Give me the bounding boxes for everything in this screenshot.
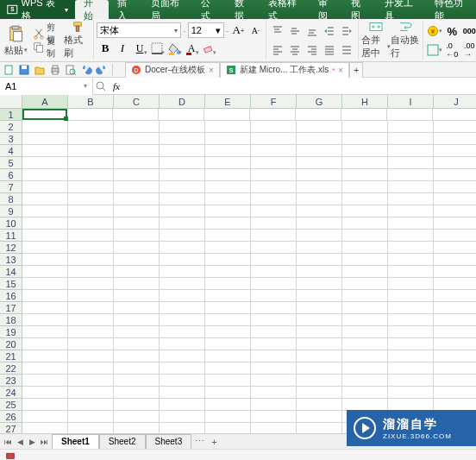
- qa-print-preview-button[interactable]: [64, 63, 78, 77]
- cell[interactable]: [22, 266, 68, 278]
- cell[interactable]: [205, 338, 251, 350]
- row-header[interactable]: 5: [0, 157, 22, 169]
- cell[interactable]: [22, 302, 68, 314]
- cell[interactable]: [114, 242, 160, 254]
- cell[interactable]: [297, 217, 342, 230]
- cell[interactable]: [342, 230, 388, 242]
- cell[interactable]: [68, 350, 114, 362]
- qa-save-button[interactable]: [17, 63, 31, 77]
- cell[interactable]: [251, 181, 297, 193]
- cell[interactable]: [434, 362, 476, 375]
- cell[interactable]: [68, 411, 114, 423]
- row-header[interactable]: 13: [0, 254, 22, 266]
- cell[interactable]: [434, 387, 476, 399]
- number-format-button[interactable]: ▾: [426, 41, 443, 59]
- cell[interactable]: [251, 278, 297, 290]
- cell[interactable]: [205, 181, 251, 193]
- cell[interactable]: [114, 169, 160, 181]
- cell[interactable]: [22, 205, 68, 217]
- cell[interactable]: [388, 121, 434, 133]
- sheet-nav-prev-button[interactable]: ◀: [14, 436, 26, 448]
- cell[interactable]: [388, 302, 434, 314]
- column-header[interactable]: A: [22, 95, 68, 109]
- menu-tab-3[interactable]: 公式: [192, 0, 226, 19]
- cell[interactable]: [297, 302, 342, 314]
- cell[interactable]: [297, 157, 342, 169]
- cell[interactable]: [160, 230, 205, 242]
- cell[interactable]: [68, 121, 114, 133]
- menu-tab-6[interactable]: 审阅: [310, 0, 343, 19]
- increase-indent-button[interactable]: [338, 22, 355, 40]
- cell[interactable]: [114, 193, 160, 205]
- cell[interactable]: [388, 314, 434, 326]
- cell[interactable]: [114, 145, 160, 157]
- cell[interactable]: [388, 362, 434, 375]
- cell[interactable]: [22, 278, 68, 290]
- qa-print-button[interactable]: [48, 63, 62, 77]
- app-logo-button[interactable]: S WPS 表格 ▾: [0, 0, 75, 19]
- cell[interactable]: [22, 314, 68, 326]
- cell[interactable]: [251, 145, 297, 157]
- cell[interactable]: [68, 326, 114, 338]
- cell[interactable]: [297, 145, 342, 157]
- row-header[interactable]: 21: [0, 350, 22, 362]
- cell[interactable]: [114, 266, 160, 278]
- fx-label[interactable]: fx: [109, 81, 124, 91]
- cell[interactable]: [251, 387, 297, 399]
- cell[interactable]: [205, 350, 251, 362]
- underline-button[interactable]: U▾: [131, 40, 148, 57]
- cell[interactable]: [160, 217, 205, 230]
- cell[interactable]: [68, 169, 114, 181]
- cell[interactable]: [297, 350, 342, 362]
- cell[interactable]: [297, 338, 342, 350]
- cell[interactable]: [434, 302, 476, 314]
- cell[interactable]: [22, 338, 68, 350]
- menu-tab-5[interactable]: 表格样式: [260, 0, 310, 19]
- cell[interactable]: [342, 302, 388, 314]
- cell[interactable]: [342, 181, 388, 193]
- cell[interactable]: [434, 133, 476, 145]
- cell[interactable]: [388, 205, 434, 217]
- column-header[interactable]: H: [342, 95, 388, 109]
- cell[interactable]: [297, 375, 342, 387]
- cell[interactable]: [251, 242, 297, 254]
- font-size-select[interactable]: 12▾: [188, 22, 224, 38]
- cell[interactable]: [22, 375, 68, 387]
- row-header[interactable]: 8: [0, 193, 22, 205]
- clear-format-button[interactable]: ▾: [200, 40, 217, 57]
- cell[interactable]: [68, 362, 114, 375]
- align-right-button[interactable]: [304, 41, 321, 59]
- paste-button[interactable]: 粘贴▾: [3, 21, 29, 60]
- sheet-nav-next-button[interactable]: ▶: [26, 436, 38, 448]
- cell[interactable]: [68, 266, 114, 278]
- row-header[interactable]: 26: [0, 411, 22, 423]
- fill-color-button[interactable]: ▾: [166, 40, 183, 57]
- cell[interactable]: [251, 362, 297, 375]
- row-header[interactable]: 22: [0, 362, 22, 375]
- cell[interactable]: [68, 387, 114, 399]
- cell[interactable]: [388, 326, 434, 338]
- cell[interactable]: [68, 242, 114, 254]
- comma-button[interactable]: 000: [460, 22, 476, 40]
- row-header[interactable]: 9: [0, 205, 22, 217]
- row-header[interactable]: 2: [0, 121, 22, 133]
- cell[interactable]: [388, 399, 434, 411]
- cell[interactable]: [114, 375, 160, 387]
- cell[interactable]: [434, 399, 476, 411]
- sheet-nav-last-button[interactable]: ⏭: [38, 436, 50, 448]
- cell[interactable]: [159, 109, 204, 121]
- cell[interactable]: [342, 266, 388, 278]
- cell[interactable]: [205, 193, 251, 205]
- cell[interactable]: [251, 338, 297, 350]
- cell[interactable]: [160, 399, 205, 411]
- column-header[interactable]: J: [434, 95, 476, 109]
- cell[interactable]: [205, 121, 251, 133]
- cell[interactable]: [114, 181, 160, 193]
- border-button[interactable]: ▾: [148, 40, 166, 57]
- cell[interactable]: [160, 169, 205, 181]
- cell[interactable]: [114, 338, 160, 350]
- cell[interactable]: [114, 302, 160, 314]
- cell[interactable]: [160, 181, 205, 193]
- cell[interactable]: [22, 290, 68, 302]
- column-header[interactable]: D: [160, 95, 205, 109]
